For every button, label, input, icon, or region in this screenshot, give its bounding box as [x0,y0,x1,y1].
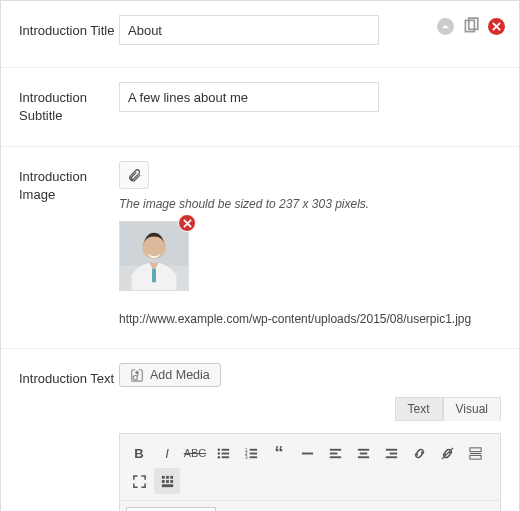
svg-rect-13 [221,456,229,458]
svg-rect-33 [469,455,480,459]
image-thumbnail[interactable] [119,221,189,291]
strikethrough-button[interactable]: ABC [182,440,208,466]
paperclip-icon [127,168,142,183]
hr-button[interactable] [294,440,320,466]
underline-button[interactable]: U [218,507,244,511]
svg-point-8 [217,448,219,450]
clear-formatting-button[interactable] [344,507,370,511]
svg-rect-39 [170,480,173,483]
svg-rect-23 [329,456,340,458]
add-media-label: Add Media [150,368,210,382]
svg-rect-24 [357,448,368,450]
subtitle-input[interactable] [119,82,379,112]
duplicate-icon[interactable] [462,17,480,35]
title-label: Introduction Title [19,15,119,45]
svg-rect-11 [221,452,229,454]
avatar-icon [120,222,188,290]
outdent-button[interactable] [400,507,426,511]
media-icon [130,368,144,382]
svg-rect-5 [152,269,156,283]
image-url: http://www.example.com/wp-content/upload… [119,312,501,326]
image-hint: The image should be sized to 237 x 303 p… [119,197,501,211]
unlink-button[interactable] [434,440,460,466]
rich-text-editor: B I ABC 123 “ [119,433,501,511]
toolbar-toggle-button[interactable] [154,468,180,494]
svg-rect-20 [301,452,312,454]
svg-rect-36 [170,475,173,478]
svg-rect-37 [161,480,164,483]
svg-rect-28 [389,452,397,454]
link-button[interactable] [406,440,432,466]
align-left-button[interactable] [322,440,348,466]
svg-rect-17 [249,452,257,454]
svg-rect-40 [161,484,172,487]
tab-text[interactable]: Text [395,397,443,421]
svg-point-7 [133,376,137,380]
svg-rect-32 [469,453,480,454]
read-more-button[interactable] [462,440,488,466]
remove-image-icon[interactable] [178,214,196,232]
indent-button[interactable] [428,507,454,511]
svg-rect-15 [249,448,257,450]
title-input[interactable] [119,15,379,45]
italic-button[interactable]: I [154,440,180,466]
svg-point-10 [217,452,219,454]
svg-rect-26 [357,456,368,458]
justify-button[interactable] [246,507,272,511]
add-media-button[interactable]: Add Media [119,363,221,387]
image-label: Introduction Image [19,161,119,326]
svg-rect-22 [329,452,337,454]
svg-rect-31 [469,447,480,451]
special-char-button[interactable]: Ω [372,507,398,511]
numbered-list-button[interactable]: 123 [238,440,264,466]
collapse-icon[interactable] [437,18,454,35]
svg-rect-9 [221,448,229,450]
svg-text:3: 3 [244,455,247,460]
delete-icon[interactable] [488,18,505,35]
text-color-button[interactable]: A [274,507,300,511]
format-select[interactable]: Paragraph [126,507,216,511]
tab-visual[interactable]: Visual [443,397,501,421]
svg-rect-35 [166,475,169,478]
svg-rect-27 [385,448,396,450]
text-label: Introduction Text [19,363,119,511]
svg-rect-34 [161,475,164,478]
paste-text-button[interactable]: T [316,507,342,511]
svg-rect-21 [329,448,340,450]
text-color-dropdown[interactable] [302,507,314,511]
svg-rect-19 [249,456,257,458]
attach-button[interactable] [119,161,149,189]
blockquote-button[interactable]: “ [266,440,292,466]
svg-point-12 [217,456,219,458]
align-center-button[interactable] [350,440,376,466]
bold-button[interactable]: B [126,440,152,466]
fullscreen-button[interactable] [126,468,152,494]
bullet-list-button[interactable] [210,440,236,466]
undo-button[interactable] [456,507,482,511]
svg-rect-29 [385,456,396,458]
subtitle-label: Introduction Subtitle [19,82,119,124]
svg-point-6 [135,371,139,375]
svg-rect-25 [359,452,367,454]
svg-rect-38 [166,480,169,483]
align-right-button[interactable] [378,440,404,466]
